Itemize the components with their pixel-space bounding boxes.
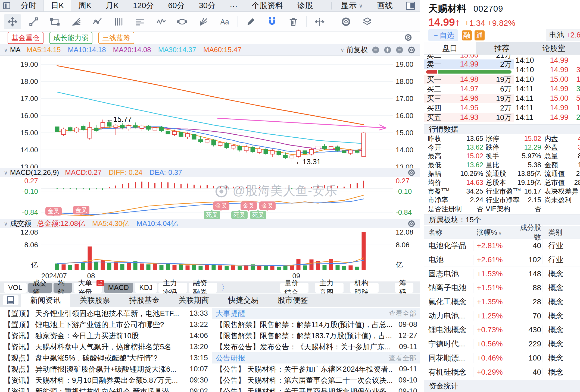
- news-panel-icon[interactable]: [3, 295, 18, 305]
- pane-settings-button[interactable]: [407, 169, 416, 177]
- indicator-tab-主力密码[interactable]: 主力密码: [158, 283, 187, 293]
- angle-fan-tool-button[interactable]: [195, 14, 212, 29]
- news-item[interactable]: 【置顶】 天齐锂业引领固态电池技术革新，电池ETF...13:33: [4, 308, 208, 319]
- tab-120分[interactable]: 120分: [126, 0, 161, 11]
- tab-60分[interactable]: 60分: [161, 0, 192, 11]
- order-book-row[interactable]: 买三14.9619万: [424, 94, 514, 103]
- indicator-tab-VOL[interactable]: VOL: [4, 283, 27, 293]
- tab-个股资料[interactable]: 个股资料: [245, 0, 290, 11]
- tags-settings-button[interactable]: [404, 33, 412, 43]
- panel-tab-推荐[interactable]: 推荐: [476, 42, 528, 54]
- sector-row[interactable]: 宁德时代...+0.56%229概念: [424, 337, 580, 351]
- tab-日K[interactable]: 日K: [43, 0, 71, 11]
- pen-tool-button[interactable]: [242, 14, 260, 29]
- polyline-tool-button[interactable]: [89, 14, 106, 29]
- order-book-row[interactable]: 买二14.976万: [424, 84, 514, 94]
- adjust-mode-label[interactable]: 前复权: [347, 45, 368, 55]
- tab-分时[interactable]: 分时: [14, 0, 43, 11]
- collapse-chevron-icon[interactable]: ∨: [4, 169, 8, 176]
- announcement-item[interactable]: 【限售解禁】限售解禁：解禁114万股(预计值)，占总...09-08: [216, 319, 417, 330]
- bar-spacing-tool-button[interactable]: [311, 14, 328, 29]
- sector-row[interactable]: 电池化学品+2.81%40行业: [424, 239, 580, 253]
- tab-月K[interactable]: 月K: [99, 0, 126, 11]
- minus-circle-icon[interactable]: [395, 46, 404, 54]
- news-item[interactable]: 【置顶】 锂电池上下游产业链的上市公司有哪些?13:22: [4, 319, 208, 330]
- stock-tag[interactable]: 成长能力弱: [49, 32, 92, 44]
- news-tab-股市便签[interactable]: 股市便签: [268, 294, 317, 307]
- order-book-row[interactable]: 卖二15.0021万: [424, 55, 514, 59]
- col-header-count[interactable]: 成分股数: [517, 223, 542, 242]
- order-book-row[interactable]: 买五14.9310万: [424, 113, 514, 122]
- plus-circle-icon[interactable]: [383, 46, 392, 54]
- news-tab-新闻资讯[interactable]: 新闻资讯: [21, 294, 70, 307]
- sector-row[interactable]: 电池+2.61%102行业: [424, 253, 580, 267]
- order-book-row[interactable]: 买一14.9819万: [424, 75, 514, 84]
- wave-tool-button[interactable]: [152, 14, 170, 29]
- sidebar-toggle-icon[interactable]: [0, 0, 14, 11]
- sector-row[interactable]: 钠离子电池+1.51%88概念: [424, 281, 580, 295]
- indicator-tab-成交额[interactable]: 成交额: [28, 283, 52, 293]
- settings-gear-button[interactable]: [337, 14, 355, 29]
- sector-row[interactable]: 氟化工概念+1.35%28概念: [424, 295, 580, 309]
- sector-row[interactable]: 有机硅概念+0.29%40概念: [424, 365, 580, 379]
- panel-tab-盘口[interactable]: 盘口: [424, 42, 476, 54]
- order-book-row[interactable]: 卖一14.992万: [424, 59, 514, 69]
- pane-settings-button[interactable]: [407, 46, 416, 54]
- minus-circle-icon[interactable]: [372, 46, 380, 54]
- tool-tab-筹码[interactable]: 筹码: [395, 283, 413, 293]
- news-item[interactable]: 【资讯】 天赐材料：9月10日融券卖出金额5.87万元...09:30: [4, 375, 208, 386]
- view-all-link[interactable]: 查看全部: [389, 309, 416, 318]
- ellipse-tool-button[interactable]: [173, 14, 191, 29]
- panel-toggle-icon[interactable]: [406, 2, 415, 10]
- news-tab-关联期商[interactable]: 关联期商: [169, 294, 219, 307]
- trash-tool-button[interactable]: [285, 14, 302, 29]
- text-tool-button[interactable]: Aa: [216, 14, 233, 29]
- tab-诊股[interactable]: 诊股: [290, 0, 320, 11]
- stock-tag[interactable]: 三线蓝筹: [98, 32, 134, 44]
- tab-周K[interactable]: 周K: [71, 0, 98, 11]
- tab-30分[interactable]: 30分: [192, 0, 223, 11]
- announcement-item[interactable]: 【公告】 天赐材料：关于参加广东辖区2024年投资者...09-11: [216, 363, 417, 375]
- sector-row[interactable]: 同花顺漂...+0.46%100概念: [424, 351, 580, 365]
- sector-row[interactable]: 固态电池+1.53%148概念: [424, 267, 580, 281]
- rect-tool-button[interactable]: [46, 14, 64, 29]
- stock-tag[interactable]: 基金重仓: [8, 32, 43, 44]
- more-indicators-chevron[interactable]: 〉: [222, 283, 229, 292]
- collapse-chevron-icon[interactable]: ∨: [4, 47, 8, 53]
- view-all-link[interactable]: 查看全部: [389, 353, 416, 362]
- layers-tool-button[interactable]: [358, 14, 376, 29]
- gann-lines-tool-button[interactable]: [131, 14, 148, 29]
- margin-chip-通[interactable]: 通: [475, 30, 485, 40]
- tool-tab-量价结合[interactable]: 量价结合: [280, 283, 309, 293]
- announcement-item[interactable]: 【公告】 天赐材料：关于开展商品期货套期保值业务...09-10: [216, 386, 417, 392]
- indicator-tab-大单净量[interactable]: 大单净量L2: [74, 283, 102, 293]
- move-tool-button[interactable]: [4, 14, 21, 29]
- news-item[interactable]: 【资讯】 独家资金：今日主力买进前10股14:06: [4, 330, 208, 341]
- news-item[interactable]: 【资讯】 天赐材料盘中人气飙升，热度榜排名第5名13:20: [4, 341, 208, 352]
- sector-chip[interactable]: 电池+2.6: [546, 29, 580, 41]
- watchlist-remove-button[interactable]: －自选: [428, 29, 458, 41]
- panel-tab-论股堂[interactable]: 论股堂: [528, 42, 580, 54]
- magnet-tool-button[interactable]: [263, 14, 281, 29]
- indicator-tab-KDJ[interactable]: KDJ: [135, 283, 157, 293]
- announcement-item[interactable]: 【公告】 天赐材料：第六届董事会第二十一次会议决...09-10: [216, 375, 417, 386]
- volume-chart[interactable]: 12.0812.088.068.06亿亿: [0, 228, 420, 270]
- news-item[interactable]: 【资讯】 新能源：重视结构性向好机会 新市场具潜...09:02: [4, 386, 208, 392]
- draw-line-button[interactable]: 画线: [370, 0, 400, 11]
- news-item[interactable]: 【观点】 异动情报|澳矿股价飙升+碳酸锂期货大涨6...10:07: [4, 363, 208, 375]
- order-book-row[interactable]: 买四14.952万: [424, 103, 514, 113]
- indicator-tab-均线[interactable]: 均线: [54, 283, 72, 293]
- trendline-tool-button[interactable]: [25, 14, 42, 29]
- news-tab-持股基金[interactable]: 持股基金: [120, 294, 169, 307]
- collapse-chevron-icon[interactable]: ∨: [4, 220, 8, 227]
- news-tab-快捷交易[interactable]: 快捷交易: [219, 294, 268, 307]
- col-header-name[interactable]: 名称: [424, 228, 473, 237]
- pane-settings-button[interactable]: [407, 220, 416, 228]
- announcement-item[interactable]: 【限售解禁】限售解禁：解禁183.7万股(预计值)，占...12-27: [216, 330, 417, 341]
- news-tab-关联股票[interactable]: 关联股票: [70, 294, 120, 307]
- sector-row[interactable]: 锂电池概念+0.73%430概念: [424, 323, 580, 337]
- tool-tab-主力意图[interactable]: 主力意图: [315, 283, 344, 293]
- vertical-lines-tool-button[interactable]: [110, 14, 127, 29]
- col-header-type[interactable]: 类别: [542, 228, 580, 237]
- col-header-pct[interactable]: 涨幅%∨: [473, 228, 517, 237]
